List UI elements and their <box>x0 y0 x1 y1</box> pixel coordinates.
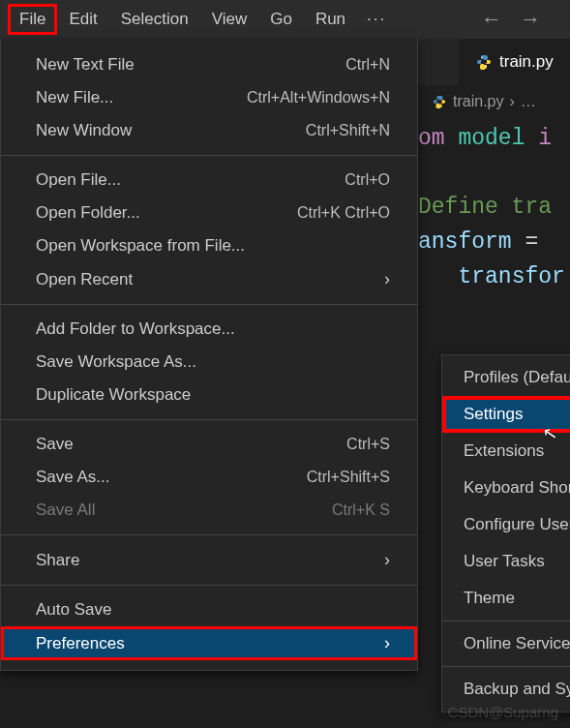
menubar-selection[interactable]: Selection <box>109 4 200 35</box>
menubar-view[interactable]: View <box>200 4 259 35</box>
menu-item-label: New Text File <box>36 55 322 75</box>
menu-item-label: New File... <box>36 88 224 107</box>
submenu-keyboard-shortcuts[interactable]: Keyboard Shortcuts <box>442 470 570 506</box>
menu-separator <box>1 534 417 535</box>
menu-item-label: Save <box>36 435 323 454</box>
menu-separator <box>1 419 417 420</box>
nav-back-icon[interactable]: ← <box>481 7 502 32</box>
tab-trainpy[interactable]: train.py <box>459 39 570 85</box>
code-token: ansform <box>418 229 512 255</box>
menu-item-label: Open Workspace from File... <box>36 236 390 256</box>
menu-item-shortcut: Ctrl+O <box>345 171 390 189</box>
menu-item-shortcut: Ctrl+Alt+Windows+N <box>247 89 390 106</box>
tab-label: train.py <box>499 52 554 72</box>
menu-item-label: New Window <box>36 121 283 140</box>
menu-separator <box>442 621 570 622</box>
menu-new-text-file[interactable]: New Text File Ctrl+N <box>1 48 417 81</box>
menu-item-label: Open File... <box>36 170 321 190</box>
menu-item-shortcut: Ctrl+S <box>346 436 390 453</box>
menu-item-label: Save Workspace As... <box>36 352 390 372</box>
menu-open-recent[interactable]: Open Recent › <box>1 262 417 296</box>
menu-item-label: Save As... <box>36 468 284 487</box>
menu-item-shortcut: Ctrl+Shift+N <box>306 122 390 139</box>
menu-item-label: Open Folder... <box>36 203 274 223</box>
menu-new-window[interactable]: New Window Ctrl+Shift+N <box>1 114 417 147</box>
menu-item-label: Preferences <box>36 634 373 653</box>
submenu-configure-user-snippets[interactable]: Configure User Snippets <box>442 506 570 543</box>
nav-arrows: ← → <box>481 7 562 32</box>
code-token: Define tra <box>418 195 552 220</box>
menubar: File Edit Selection View Go Run ··· ← → <box>0 0 570 39</box>
menu-separator <box>1 155 417 156</box>
menu-preferences[interactable]: Preferences › <box>1 626 417 660</box>
menu-item-shortcut: Ctrl+Shift+S <box>307 469 390 486</box>
menu-open-workspace-from-file[interactable]: Open Workspace from File... <box>1 229 417 262</box>
submenu-backup-sync[interactable]: Backup and Sync Settings <box>442 671 570 708</box>
breadcrumb-file: train.py <box>453 93 503 110</box>
svg-point-1 <box>485 66 486 67</box>
python-icon <box>432 94 447 109</box>
preferences-submenu: Profiles (Default) Settings Extensions K… <box>441 354 570 713</box>
nav-forward-icon[interactable]: → <box>520 7 541 32</box>
menu-auto-save[interactable]: Auto Save <box>1 593 417 626</box>
menu-duplicate-workspace[interactable]: Duplicate Workspace <box>1 379 417 411</box>
chevron-right-icon: › <box>384 633 390 653</box>
menu-item-label: Add Folder to Workspace... <box>36 319 390 339</box>
breadcrumb[interactable]: train.py › … <box>418 85 570 118</box>
menu-open-folder[interactable]: Open Folder... Ctrl+K Ctrl+O <box>1 197 417 229</box>
menu-new-file[interactable]: New File... Ctrl+Alt+Windows+N <box>1 81 417 114</box>
code-token: om <box>418 126 445 151</box>
code-token: i <box>538 126 552 151</box>
menu-save-all: Save All Ctrl+K S <box>1 494 417 527</box>
menu-item-label: Share <box>36 551 373 570</box>
chevron-right-icon: › <box>509 93 514 110</box>
menu-separator <box>1 304 417 305</box>
code-token: = <box>525 229 538 255</box>
menubar-go[interactable]: Go <box>258 4 304 35</box>
menu-separator <box>1 585 417 586</box>
menu-item-shortcut: Ctrl+K Ctrl+O <box>297 204 390 222</box>
menu-item-label: Duplicate Workspace <box>36 385 390 405</box>
submenu-user-tasks[interactable]: User Tasks <box>442 543 570 580</box>
menu-separator <box>442 666 570 667</box>
code-token: transfor <box>458 264 564 289</box>
menubar-run[interactable]: Run <box>304 4 357 35</box>
chevron-right-icon: › <box>384 550 390 570</box>
menubar-overflow-icon[interactable]: ··· <box>357 4 396 35</box>
python-icon <box>476 54 492 70</box>
menu-save-workspace-as[interactable]: Save Workspace As... <box>1 346 417 379</box>
code-editor[interactable]: om model i Define tra ansform = transfor <box>418 118 570 294</box>
menu-item-label: Save All <box>36 500 309 520</box>
chevron-right-icon: › <box>384 269 390 289</box>
breadcrumb-more: … <box>521 93 536 110</box>
menu-share[interactable]: Share › <box>1 543 417 577</box>
menu-save[interactable]: Save Ctrl+S <box>1 428 417 461</box>
menu-add-folder-to-workspace[interactable]: Add Folder to Workspace... <box>1 313 417 346</box>
file-menu-dropdown: New Text File Ctrl+N New File... Ctrl+Al… <box>0 39 418 671</box>
menu-item-shortcut: Ctrl+K S <box>332 501 390 519</box>
tab-row: train.py <box>418 39 570 85</box>
svg-point-0 <box>481 56 482 57</box>
menu-item-shortcut: Ctrl+N <box>345 56 390 74</box>
menu-item-label: Open Recent <box>36 270 373 289</box>
menu-open-file[interactable]: Open File... Ctrl+O <box>1 164 417 197</box>
menubar-file[interactable]: File <box>8 4 57 35</box>
menu-item-label: Auto Save <box>36 600 390 620</box>
menubar-edit[interactable]: Edit <box>57 4 108 35</box>
code-token: model <box>458 126 525 151</box>
submenu-online-services[interactable]: Online Services Settings <box>442 625 570 662</box>
menu-save-as[interactable]: Save As... Ctrl+Shift+S <box>1 461 417 494</box>
submenu-profiles[interactable]: Profiles (Default) <box>442 359 570 396</box>
submenu-theme[interactable]: Theme <box>442 580 570 617</box>
